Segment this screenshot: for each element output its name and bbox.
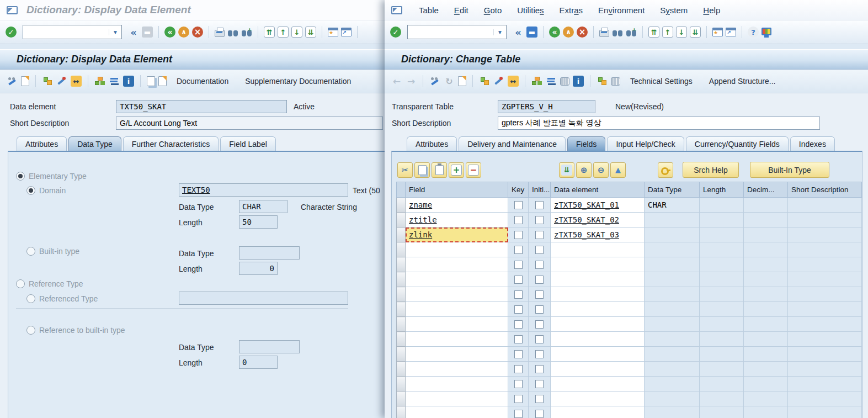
activate-wand-icon[interactable] [56, 76, 67, 87]
row-selector[interactable] [397, 391, 406, 406]
key-checkbox[interactable] [514, 216, 523, 224]
collapse-chevrons-icon[interactable]: « [513, 27, 524, 38]
page-down-icon[interactable]: ↓ [676, 27, 687, 38]
find-icon[interactable] [612, 27, 623, 38]
nav-forward-icon[interactable]: → [406, 76, 417, 87]
create-shortcut-icon[interactable]: ↗ [341, 28, 352, 36]
row-selector[interactable] [397, 242, 406, 257]
first-page-icon[interactable]: ⇈ [264, 27, 275, 38]
field-name-cell[interactable] [406, 377, 508, 391]
column-header-length[interactable]: Length [700, 182, 744, 198]
sort-up-button[interactable]: ▲ [610, 162, 626, 178]
initial-checkbox[interactable] [535, 380, 544, 388]
domain-data-type-field[interactable]: CHAR [239, 200, 287, 213]
find-next-icon[interactable]: + [626, 27, 637, 38]
row-selector[interactable] [397, 257, 406, 272]
column-header-short-description[interactable]: Short Description [788, 182, 862, 198]
display-change-icon[interactable] [429, 76, 440, 87]
first-page-icon[interactable]: ⇈ [648, 27, 659, 38]
field-name-cell[interactable] [406, 287, 508, 302]
create-shortcut-icon[interactable]: ↗ [726, 28, 736, 36]
column-header-field[interactable]: Field [406, 182, 508, 198]
print-icon[interactable] [215, 30, 225, 37]
data-element-cell[interactable] [551, 362, 645, 377]
built-in-data-type-field[interactable] [239, 246, 300, 260]
column-header-initi[interactable]: Initi... [529, 182, 551, 198]
field-name-cell[interactable]: zlink [406, 227, 508, 242]
domain-radio[interactable]: Domain [26, 186, 66, 195]
field-name-cell[interactable] [406, 347, 508, 362]
reference-type-radio[interactable]: Reference Type [16, 279, 83, 288]
refresh-icon[interactable]: ↻ [444, 76, 455, 87]
data-element-cell[interactable]: zTXT50_SKAT_03 [551, 227, 645, 242]
referenced-type-radio[interactable]: Referenced Type [26, 294, 98, 303]
where-used-icon[interactable] [42, 76, 53, 87]
menu-extras[interactable]: Extras [552, 3, 591, 17]
built-in-type-radio-circle[interactable] [26, 247, 35, 256]
copy-rows-button[interactable] [414, 162, 430, 178]
domain-field[interactable]: TEXT50 [179, 183, 348, 197]
key-checkbox[interactable] [514, 305, 523, 314]
row-selector[interactable] [397, 317, 406, 332]
nav-back-icon[interactable]: ← [391, 76, 402, 87]
initial-checkbox[interactable] [535, 350, 544, 358]
column-header-data-element[interactable]: Data element [551, 182, 645, 198]
append-structure-button[interactable]: Append Structure... [702, 74, 782, 88]
key-checkbox[interactable] [514, 201, 523, 209]
copy-object-icon[interactable] [21, 76, 29, 86]
menu-edit[interactable]: Edit [446, 3, 476, 17]
initial-checkbox[interactable] [535, 201, 544, 209]
move-object-icon[interactable]: ↔ [508, 76, 519, 87]
initial-checkbox[interactable] [535, 395, 544, 403]
built-in-type-button[interactable]: Built-In Type [750, 162, 829, 178]
short-description-field[interactable]: gpters 사례 발표별 녹화 영상 [498, 117, 820, 130]
initial-checkbox[interactable] [535, 246, 544, 254]
row-selector[interactable] [397, 213, 406, 227]
row-selector[interactable] [397, 332, 406, 347]
key-checkbox[interactable] [514, 335, 523, 343]
field-name-cell[interactable] [406, 406, 508, 418]
exit-icon[interactable]: ∧ [178, 27, 189, 38]
command-field[interactable]: ▼ [407, 25, 507, 39]
data-element-cell[interactable]: zTXT50_SKAT_02 [551, 213, 645, 227]
initial-checkbox[interactable] [535, 290, 544, 299]
command-field[interactable]: ▼ [23, 25, 122, 39]
info-icon[interactable]: i [123, 76, 134, 87]
row-selector[interactable] [397, 362, 406, 377]
page-up-icon[interactable]: ↑ [278, 27, 289, 38]
key-checkbox[interactable] [514, 365, 523, 373]
srch-help-button[interactable]: Srch Help [683, 162, 739, 178]
page-up-icon[interactable]: ↑ [662, 27, 673, 38]
key-checkbox[interactable] [514, 290, 523, 299]
row-selector[interactable] [397, 377, 406, 391]
command-field-dropdown-icon[interactable]: ▼ [109, 29, 121, 35]
find-next-icon[interactable]: + [241, 27, 252, 38]
data-element-field[interactable]: TXT50_SKAT [116, 100, 287, 113]
print-icon[interactable] [599, 30, 609, 37]
paste-rows-icon[interactable] [435, 165, 444, 175]
cut-button[interactable]: ✂ [397, 162, 413, 178]
elementary-type-radio-circle[interactable] [16, 172, 25, 181]
reference-type-radio-circle[interactable] [16, 279, 25, 288]
key-checkbox[interactable] [514, 320, 523, 329]
right-tab-delivery-and-maintenance[interactable]: Delivery and Maintenance [459, 136, 566, 151]
right-tab-indexes[interactable]: Indexes [790, 136, 835, 151]
column-header-decim[interactable]: Decim... [744, 182, 788, 198]
object-list-icon[interactable] [597, 76, 608, 87]
key-select-icon[interactable] [660, 165, 671, 176]
delete-row-icon[interactable]: − [468, 165, 479, 176]
right-tab-fields[interactable]: Fields [567, 136, 605, 151]
last-page-icon[interactable]: ⇊ [690, 27, 701, 38]
copy-object-icon[interactable] [458, 76, 466, 86]
collapse-include-button[interactable]: ⊖ [593, 162, 609, 178]
back-icon[interactable]: « [549, 27, 560, 38]
data-element-cell[interactable] [551, 272, 645, 287]
window-menu-icon[interactable] [7, 6, 18, 14]
find-icon[interactable] [227, 27, 238, 38]
elementary-type-radio[interactable]: Elementary Type [16, 172, 87, 181]
grid-view-icon[interactable] [611, 77, 620, 86]
new-session-icon[interactable]: ★ [712, 28, 723, 36]
data-element-cell[interactable] [551, 242, 645, 257]
field-name-cell[interactable]: zname [406, 198, 508, 213]
row-selector[interactable] [397, 272, 406, 287]
